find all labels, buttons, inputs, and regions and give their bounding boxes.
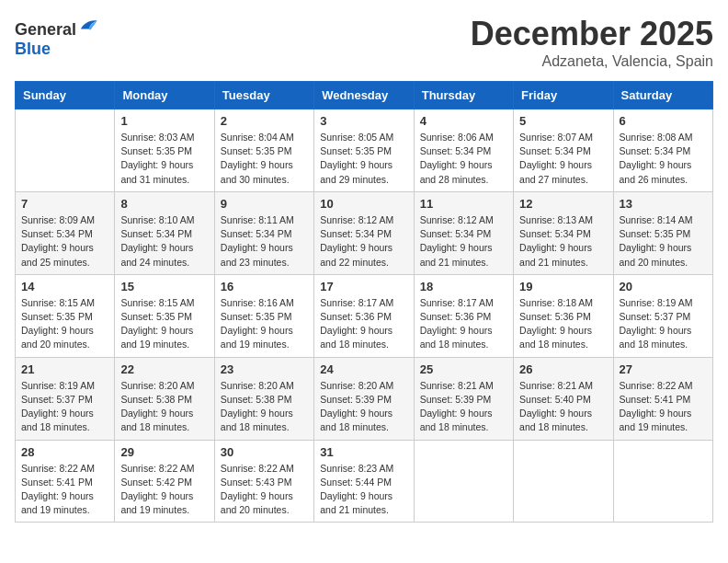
calendar-cell: 26Sunrise: 8:21 AMSunset: 5:40 PMDayligh…	[514, 357, 613, 440]
calendar-cell	[613, 440, 712, 523]
day-number: 14	[21, 280, 108, 293]
day-number: 22	[120, 362, 208, 376]
day-info: Sunrise: 8:06 AMSunset: 5:34 PMDaylight:…	[420, 131, 507, 187]
calendar-week-row: 14Sunrise: 8:15 AMSunset: 5:35 PMDayligh…	[16, 274, 713, 357]
calendar-cell: 15Sunrise: 8:15 AMSunset: 5:35 PMDayligh…	[115, 274, 214, 357]
logo-general: General	[15, 20, 76, 39]
day-number: 11	[420, 197, 507, 211]
day-info: Sunrise: 8:16 AMSunset: 5:35 PMDaylight:…	[221, 296, 308, 352]
title-section: December 2025 Adzaneta, Valencia, Spain	[471, 15, 713, 70]
day-info: Sunrise: 8:13 AMSunset: 5:34 PMDaylight:…	[519, 213, 607, 270]
calendar-cell: 29Sunrise: 8:22 AMSunset: 5:42 PMDayligh…	[115, 440, 214, 523]
logo-bird-icon	[78, 15, 98, 35]
day-info: Sunrise: 8:19 AMSunset: 5:37 PMDaylight:…	[21, 379, 108, 435]
day-info: Sunrise: 8:04 AMSunset: 5:35 PMDaylight:…	[221, 131, 308, 187]
calendar-cell	[514, 440, 613, 523]
day-info: Sunrise: 8:22 AMSunset: 5:42 PMDaylight:…	[120, 462, 208, 518]
location-title: Adzaneta, Valencia, Spain	[471, 53, 713, 70]
calendar-cell: 16Sunrise: 8:16 AMSunset: 5:35 PMDayligh…	[214, 274, 313, 357]
day-number: 18	[420, 280, 507, 293]
calendar-cell: 31Sunrise: 8:23 AMSunset: 5:44 PMDayligh…	[314, 440, 414, 523]
page-header: General Blue December 2025 Adzaneta, Val…	[15, 15, 713, 70]
calendar-cell: 8Sunrise: 8:10 AMSunset: 5:34 PMDaylight…	[115, 191, 214, 274]
day-number: 4	[420, 114, 507, 128]
calendar-cell: 7Sunrise: 8:09 AMSunset: 5:34 PMDaylight…	[16, 191, 115, 274]
calendar-cell: 14Sunrise: 8:15 AMSunset: 5:35 PMDayligh…	[16, 274, 115, 357]
day-number: 13	[620, 197, 707, 211]
calendar-cell: 2Sunrise: 8:04 AMSunset: 5:35 PMDaylight…	[214, 109, 313, 192]
calendar-cell: 4Sunrise: 8:06 AMSunset: 5:34 PMDaylight…	[414, 109, 513, 192]
month-title: December 2025	[471, 15, 713, 53]
day-info: Sunrise: 8:15 AMSunset: 5:35 PMDaylight:…	[120, 296, 208, 352]
calendar-cell: 22Sunrise: 8:20 AMSunset: 5:38 PMDayligh…	[115, 357, 214, 440]
calendar-cell: 9Sunrise: 8:11 AMSunset: 5:34 PMDaylight…	[214, 191, 313, 274]
day-info: Sunrise: 8:12 AMSunset: 5:34 PMDaylight:…	[420, 213, 507, 270]
day-header-saturday: Saturday	[613, 82, 712, 109]
day-info: Sunrise: 8:11 AMSunset: 5:34 PMDaylight:…	[221, 213, 308, 270]
calendar-cell: 10Sunrise: 8:12 AMSunset: 5:34 PMDayligh…	[314, 191, 414, 274]
day-info: Sunrise: 8:10 AMSunset: 5:34 PMDaylight:…	[120, 213, 208, 270]
logo-text: General Blue	[15, 15, 98, 59]
day-header-tuesday: Tuesday	[214, 82, 313, 109]
calendar-week-row: 1Sunrise: 8:03 AMSunset: 5:35 PMDaylight…	[16, 109, 713, 192]
day-number: 10	[320, 197, 407, 211]
calendar-cell: 28Sunrise: 8:22 AMSunset: 5:41 PMDayligh…	[16, 440, 115, 523]
calendar-cell: 21Sunrise: 8:19 AMSunset: 5:37 PMDayligh…	[16, 357, 115, 440]
day-number: 5	[519, 114, 607, 128]
calendar-cell: 11Sunrise: 8:12 AMSunset: 5:34 PMDayligh…	[414, 191, 513, 274]
calendar-cell	[16, 109, 115, 192]
day-number: 6	[620, 114, 707, 128]
calendar-cell: 19Sunrise: 8:18 AMSunset: 5:36 PMDayligh…	[514, 274, 613, 357]
day-info: Sunrise: 8:08 AMSunset: 5:34 PMDaylight:…	[620, 131, 707, 187]
day-info: Sunrise: 8:21 AMSunset: 5:39 PMDaylight:…	[420, 379, 507, 435]
day-number: 21	[21, 362, 108, 376]
calendar-cell: 30Sunrise: 8:22 AMSunset: 5:43 PMDayligh…	[214, 440, 313, 523]
calendar-cell: 17Sunrise: 8:17 AMSunset: 5:36 PMDayligh…	[314, 274, 414, 357]
day-number: 20	[620, 280, 707, 293]
day-number: 24	[320, 362, 407, 376]
calendar-cell: 24Sunrise: 8:20 AMSunset: 5:39 PMDayligh…	[314, 357, 414, 440]
calendar-cell: 6Sunrise: 8:08 AMSunset: 5:34 PMDaylight…	[613, 109, 712, 192]
calendar-cell: 1Sunrise: 8:03 AMSunset: 5:35 PMDaylight…	[115, 109, 214, 192]
day-header-sunday: Sunday	[16, 82, 115, 109]
calendar-cell: 13Sunrise: 8:14 AMSunset: 5:35 PMDayligh…	[613, 191, 712, 274]
day-number: 23	[221, 362, 308, 376]
calendar-cell: 23Sunrise: 8:20 AMSunset: 5:38 PMDayligh…	[214, 357, 313, 440]
calendar-cell	[414, 440, 513, 523]
day-info: Sunrise: 8:12 AMSunset: 5:34 PMDaylight:…	[320, 213, 407, 270]
calendar-header-row: SundayMondayTuesdayWednesdayThursdayFrid…	[16, 82, 713, 109]
logo: General Blue	[15, 15, 98, 59]
day-number: 19	[519, 280, 607, 293]
day-number: 26	[519, 362, 607, 376]
day-header-wednesday: Wednesday	[314, 82, 414, 109]
day-number: 16	[221, 280, 308, 293]
day-info: Sunrise: 8:03 AMSunset: 5:35 PMDaylight:…	[120, 131, 208, 187]
day-info: Sunrise: 8:18 AMSunset: 5:36 PMDaylight:…	[519, 296, 607, 352]
calendar-week-row: 28Sunrise: 8:22 AMSunset: 5:41 PMDayligh…	[16, 440, 713, 523]
day-info: Sunrise: 8:20 AMSunset: 5:38 PMDaylight:…	[120, 379, 208, 435]
calendar-cell: 18Sunrise: 8:17 AMSunset: 5:36 PMDayligh…	[414, 274, 513, 357]
day-info: Sunrise: 8:22 AMSunset: 5:43 PMDaylight:…	[221, 462, 308, 518]
day-info: Sunrise: 8:09 AMSunset: 5:34 PMDaylight:…	[21, 213, 108, 270]
day-number: 25	[420, 362, 507, 376]
day-info: Sunrise: 8:22 AMSunset: 5:41 PMDaylight:…	[21, 462, 108, 518]
day-number: 28	[21, 445, 108, 459]
day-header-friday: Friday	[514, 82, 613, 109]
calendar-week-row: 7Sunrise: 8:09 AMSunset: 5:34 PMDaylight…	[16, 191, 713, 274]
day-info: Sunrise: 8:19 AMSunset: 5:37 PMDaylight:…	[620, 296, 707, 352]
day-number: 29	[120, 445, 208, 459]
day-info: Sunrise: 8:17 AMSunset: 5:36 PMDaylight:…	[320, 296, 407, 352]
calendar-cell: 3Sunrise: 8:05 AMSunset: 5:35 PMDaylight…	[314, 109, 414, 192]
day-number: 9	[221, 197, 308, 211]
day-number: 15	[120, 280, 208, 293]
day-number: 17	[320, 280, 407, 293]
calendar-cell: 5Sunrise: 8:07 AMSunset: 5:34 PMDaylight…	[514, 109, 613, 192]
day-info: Sunrise: 8:14 AMSunset: 5:35 PMDaylight:…	[620, 213, 707, 270]
day-info: Sunrise: 8:23 AMSunset: 5:44 PMDaylight:…	[320, 462, 407, 518]
day-number: 2	[221, 114, 308, 128]
day-info: Sunrise: 8:22 AMSunset: 5:41 PMDaylight:…	[620, 379, 707, 435]
day-number: 27	[620, 362, 707, 376]
day-number: 30	[221, 445, 308, 459]
day-number: 1	[120, 114, 208, 128]
calendar-week-row: 21Sunrise: 8:19 AMSunset: 5:37 PMDayligh…	[16, 357, 713, 440]
